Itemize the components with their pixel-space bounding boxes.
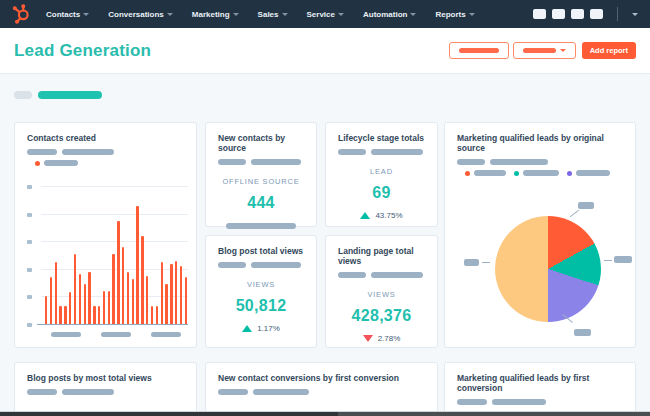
card-mql-by-original-source: Marketing qualified leads by original so…: [444, 122, 636, 348]
add-report-button[interactable]: Add report: [582, 42, 636, 59]
page-header: Lead Generation Add report: [0, 28, 650, 74]
bar: [117, 221, 119, 324]
report-title[interactable]: Blog post total views: [218, 246, 304, 256]
nav-item-service[interactable]: Service: [307, 10, 344, 19]
bar: [55, 262, 57, 324]
bar: [112, 254, 114, 324]
report-title[interactable]: New contacts by source: [218, 133, 304, 153]
horizontal-scrollbar[interactable]: [0, 412, 650, 416]
stat-body: OFFLINE SOURCE 444: [218, 177, 304, 233]
filter-placeholders: [218, 159, 304, 165]
metric-footer-placeholder: [226, 223, 296, 229]
bar: [185, 277, 187, 324]
stat-body: VIEWS 50,812 1.17%: [218, 280, 304, 333]
nav-item-contacts[interactable]: Contacts: [46, 10, 89, 19]
mql-pie: [495, 216, 601, 322]
report-title[interactable]: Blog posts by most total views: [27, 373, 184, 383]
bar: [170, 264, 172, 324]
nav-item-marketing[interactable]: Marketing: [192, 10, 239, 19]
nav-utility-icon-placeholder[interactable]: [552, 9, 565, 19]
pie-callout-line: [604, 260, 612, 261]
nav-menu: Contacts Conversations Marketing Sales S…: [46, 10, 475, 19]
top-navigation: Contacts Conversations Marketing Sales S…: [0, 0, 650, 28]
bar: [64, 306, 66, 324]
metric-value: 428,376: [338, 307, 425, 325]
placeholder-pill: [27, 149, 57, 155]
dashboard-tabs: [14, 91, 102, 99]
nav-item-sales[interactable]: Sales: [258, 10, 288, 19]
placeholder-pill: [27, 389, 57, 395]
metric-value: 69: [338, 184, 425, 202]
chevron-down-icon: [469, 13, 475, 16]
nav-item-label: Conversations: [108, 10, 164, 19]
nav-item-label: Sales: [258, 10, 279, 19]
pie-callout-line: [482, 262, 490, 263]
chevron-down-icon: [233, 13, 239, 16]
bar: [74, 254, 76, 324]
legend-label-placeholder: [44, 160, 78, 166]
legend-dot-icon: [35, 161, 40, 166]
x-axis-line: [37, 324, 188, 325]
tab-active-placeholder[interactable]: [38, 91, 102, 99]
bar: [165, 284, 167, 324]
report-title[interactable]: Lifecycle stage totals: [338, 133, 425, 143]
delta-value: 1.17%: [257, 324, 280, 333]
report-title[interactable]: Landing page total views: [338, 246, 425, 266]
legend-label-placeholder: [474, 170, 506, 176]
nav-item-reports[interactable]: Reports: [435, 10, 474, 19]
report-title[interactable]: Marketing qualified leads by first conve…: [457, 373, 623, 393]
placeholder-pill: [371, 272, 423, 278]
filter-placeholders: [338, 149, 425, 155]
chevron-down-icon: [338, 13, 344, 16]
hubspot-logo-icon[interactable]: [12, 4, 34, 24]
metric-label: LEAD: [338, 167, 425, 176]
x-tick-placeholder: [51, 332, 81, 337]
placeholder-pill: [338, 149, 366, 155]
nav-item-label: Reports: [435, 10, 465, 19]
bar: [45, 296, 47, 324]
x-tick-placeholder: [101, 332, 131, 337]
y-tick-placeholder: [27, 323, 32, 327]
divider: [617, 7, 618, 21]
chevron-down-icon: [560, 49, 566, 52]
bar: [103, 291, 105, 324]
bar: [132, 279, 134, 324]
delta-up-icon: [242, 325, 252, 332]
tab-placeholder[interactable]: [14, 91, 32, 99]
page-title: Lead Generation: [14, 41, 151, 61]
button-label-placeholder: [523, 48, 556, 53]
delta-value: 43.75%: [375, 211, 402, 220]
dashboard-filter-button[interactable]: [449, 42, 509, 59]
account-chevron-down-icon[interactable]: [632, 13, 638, 16]
report-title[interactable]: New contact conversions by first convers…: [218, 373, 425, 383]
legend-dot-icon: [567, 171, 572, 176]
delta-row: 43.75%: [338, 211, 425, 220]
bar: [93, 306, 95, 324]
report-title[interactable]: Contacts created: [27, 133, 184, 143]
placeholder-pill: [218, 262, 246, 268]
bar: [136, 206, 138, 324]
nav-utility-icon-placeholder[interactable]: [571, 9, 584, 19]
card-contacts-created: Contacts created: [14, 122, 197, 348]
bar: [175, 261, 177, 324]
nav-item-automation[interactable]: Automation: [363, 10, 416, 19]
chevron-down-icon: [83, 13, 89, 16]
nav-utility-icon-placeholder[interactable]: [533, 9, 546, 19]
nav-item-conversations[interactable]: Conversations: [108, 10, 173, 19]
scrollbar-thumb[interactable]: [0, 412, 338, 416]
report-title[interactable]: Marketing qualified leads by original so…: [457, 133, 623, 153]
delta-down-icon: [363, 335, 373, 342]
chevron-down-icon: [410, 13, 416, 16]
placeholder-pill: [371, 149, 423, 155]
delta-row: 1.17%: [218, 324, 304, 333]
pie-callout-placeholder: [578, 202, 594, 209]
button-label-placeholder: [459, 48, 499, 53]
bar: [50, 277, 52, 324]
dashboard-actions-dropdown[interactable]: [513, 42, 576, 59]
nav-utility-icon-placeholder[interactable]: [590, 9, 603, 19]
y-tick-placeholder: [27, 240, 32, 244]
metric-label: VIEWS: [218, 280, 304, 289]
metric-value: 444: [218, 194, 304, 212]
bar: [127, 272, 129, 324]
card-new-contact-conversions: New contact conversions by first convers…: [205, 362, 438, 416]
